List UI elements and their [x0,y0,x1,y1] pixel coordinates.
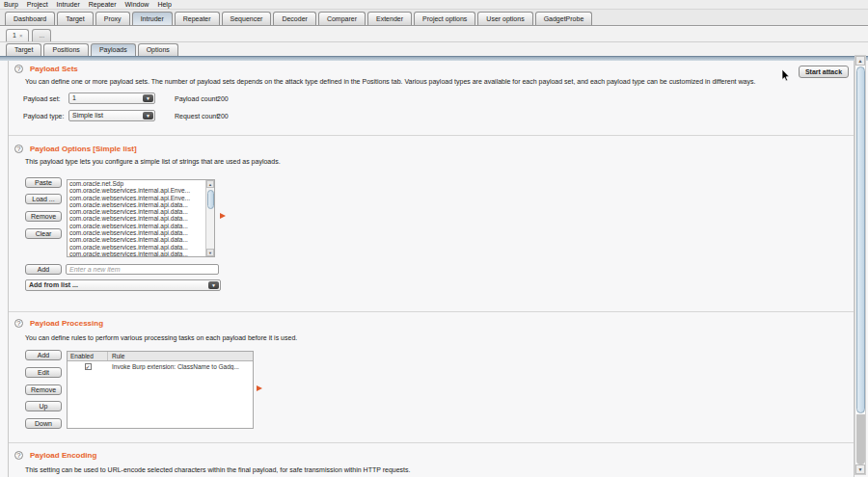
main-tab-dashboard[interactable]: Dashboard [5,12,55,25]
scroll-up-icon[interactable]: ▲ [206,180,214,188]
payload-list-item[interactable]: com.oracle.webservices.internal.api.data… [69,236,205,243]
payload-type-row: Payload type: Simple list ▼ [23,110,155,121]
payload-sets-header: ? Payload Sets [14,65,78,73]
payload-encoding-header: ? Payload Encoding [14,451,96,460]
payload-list-item[interactable]: com.oracle.webservices.internal.api.Enve… [69,195,205,201]
main-tab-proxy[interactable]: Proxy [95,12,130,25]
add-from-list-dropdown[interactable]: Add from list ... ▼ [25,279,221,291]
main-tab-gadgetprobe[interactable]: GadgetProbe [535,12,593,25]
section-title: Payload Processing [30,319,103,328]
payload-list-item[interactable]: com.oracle.webservices.internal.api.data… [69,251,205,256]
payload-list-item[interactable]: com.oracle.webservices.internal.api.data… [69,229,205,236]
processing-rules-table[interactable]: Enabled Rule ✓Invoke Burp extension: Cla… [67,351,254,429]
chevron-down-icon: ▼ [143,94,153,102]
start-attack-button[interactable]: Start attack [799,66,849,78]
payload-list-item[interactable]: com.oracle.net.Sdp [69,180,205,187]
help-icon[interactable]: ? [14,65,23,73]
main-scrollbar[interactable]: ▲ ▼ [854,55,866,475]
main-tab-sequencer[interactable]: Sequencer [222,12,272,25]
main-tab-project-options[interactable]: Project options [414,12,475,25]
column-header-enabled[interactable]: Enabled [68,352,108,360]
table-header: Enabled Rule [68,352,253,361]
attack-tab-label: 1 [13,32,16,39]
processing-rule-row[interactable]: ✓Invoke Burp extension: ClassName to Gad… [68,361,253,371]
payloads-scrollpane: ? Payload Sets You can define one or mor… [8,61,854,477]
down-button[interactable]: Down [25,418,62,429]
payload-count-value: 200 [217,95,229,102]
scrollbar-thumb[interactable] [856,66,865,413]
remove-button[interactable]: Remove [25,211,62,222]
sub-tab-target[interactable]: Target [6,43,41,56]
menu-burp[interactable]: Burp [4,1,18,8]
payload-list-item[interactable]: com.oracle.webservices.internal.api.data… [69,215,205,222]
main-tab-user-options[interactable]: User options [477,12,532,25]
attack-tab-bar: 1× ... [0,27,868,42]
section-divider [9,442,854,443]
payload-set-label: Payload set: [23,95,68,102]
payload-type-value: Simple list [69,111,142,120]
help-icon[interactable]: ? [14,145,23,153]
up-button[interactable]: Up [25,401,62,411]
payload-options-description: This payload type lets you configure a s… [25,158,281,165]
menu-help[interactable]: Help [157,1,171,8]
scroll-down-icon[interactable]: ▼ [855,464,865,474]
help-icon[interactable]: ? [14,451,23,460]
rule-text: Invoke Burp extension: ClassName to Gadg… [108,363,253,370]
help-icon[interactable]: ? [14,319,23,328]
request-count-label: Request count: [175,113,220,119]
main-tab-extender[interactable]: Extender [367,12,412,25]
payload-set-dropdown[interactable]: 1 ▼ [68,93,155,104]
new-item-input[interactable] [66,264,219,275]
sub-tab-options[interactable]: Options [138,43,178,56]
menu-window[interactable]: Window [125,1,149,8]
payload-list-item[interactable]: com.oracle.webservices.internal.api.data… [69,201,205,208]
payload-list-item[interactable]: com.oracle.webservices.internal.api.data… [69,223,205,229]
payload-processing-header: ? Payload Processing [14,319,103,328]
scrollbar-thumb[interactable] [207,190,214,209]
load-button[interactable]: Load ... [25,194,62,204]
section-divider [9,135,854,136]
close-icon[interactable]: × [19,33,23,39]
remove-button[interactable]: Remove [25,384,62,395]
clear-button[interactable]: Clear [25,228,62,239]
payload-count-label: Payload count: [175,95,219,102]
sub-tab-positions[interactable]: Positions [43,43,88,56]
edit-button[interactable]: Edit [25,367,62,378]
payload-list-item[interactable]: com.oracle.webservices.internal.api.Enve… [69,187,205,194]
payloads-panel: ? Payload Sets You can define one or mor… [0,61,868,477]
column-header-rule[interactable]: Rule [108,352,253,360]
payload-list-item[interactable]: com.oracle.webservices.internal.api.data… [69,244,205,251]
payload-set-row: Payload set: 1 ▼ [23,93,155,104]
main-tab-intruder[interactable]: Intruder [132,12,173,25]
scroll-down-icon[interactable]: ▼ [206,249,214,256]
section-title: Payload Options [Simple list] [30,145,137,153]
menu-intruder[interactable]: Intruder [57,1,80,8]
menu-repeater[interactable]: Repeater [89,1,117,8]
attack-tab-more[interactable]: ... [32,29,51,41]
add-from-list-value: Add from list ... [26,280,207,290]
scroll-up-icon[interactable]: ▲ [855,56,865,66]
payload-type-dropdown[interactable]: Simple list ▼ [68,110,155,121]
payload-listbox[interactable]: com.oracle.net.Sdpcom.oracle.webservices… [67,179,215,257]
main-tab-target[interactable]: Target [57,12,93,25]
scrollbar-track[interactable] [856,414,865,464]
add-item-row: Add [25,264,219,275]
rule-enabled-checkbox[interactable]: ✓ [85,363,92,370]
add-button[interactable]: Add [25,264,62,275]
request-count-value: 200 [217,113,229,119]
main-tab-repeater[interactable]: Repeater [175,12,220,25]
main-tab-bar: DashboardTargetProxyIntruderRepeaterSequ… [0,10,868,26]
chevron-down-icon: ▼ [143,112,153,119]
main-tab-comparer[interactable]: Comparer [318,12,366,25]
payload-list-scrollbar[interactable]: ▲ ▼ [205,180,214,256]
paste-button[interactable]: Paste [25,177,62,188]
payload-list-item[interactable]: com.oracle.webservices.internal.api.data… [69,208,205,215]
attack-tab-1[interactable]: 1× [6,29,29,41]
main-tab-decoder[interactable]: Decoder [273,12,315,25]
menu-project[interactable]: Project [27,1,48,8]
sub-tab-payloads[interactable]: Payloads [91,43,136,56]
section-title: Payload Sets [30,65,78,73]
add-button[interactable]: Add [25,350,62,360]
payload-set-value: 1 [69,93,142,103]
payload-sets-description: You can define one or more payload sets.… [25,78,755,85]
